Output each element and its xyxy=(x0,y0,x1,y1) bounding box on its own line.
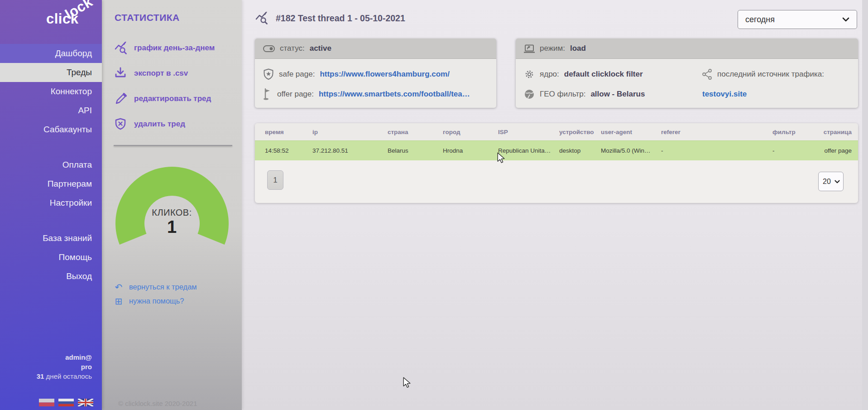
language-switcher xyxy=(39,399,93,406)
menu-item-label: график день-за-днем xyxy=(134,43,215,53)
undo-icon: ↶ xyxy=(114,283,124,292)
clicks-table: время ip страна город ISP устройство use… xyxy=(255,123,858,203)
table-header-row: время ip страна город ISP устройство use… xyxy=(255,123,858,140)
geo-filter-label: ГЕО фильтр: xyxy=(540,90,585,99)
sidebar-item-settings[interactable]: Настройки xyxy=(0,193,102,212)
core-row: ядро: default clicklock filter xyxy=(524,64,702,84)
chart-search-icon xyxy=(115,42,128,54)
need-help-link[interactable]: ⊞ нужна помощь? xyxy=(114,294,197,308)
geo-filter-row: ГЕО фильтр: allow - Belarus xyxy=(524,84,702,104)
sidebar-nav: Дашборд Треды Коннектор API Сабакаунты О… xyxy=(0,44,102,286)
column-header-page: страница xyxy=(820,123,858,140)
traffic-source-row: последний источник трафика: xyxy=(702,64,850,84)
column-header-isp: ISP xyxy=(498,123,559,140)
status-value: active xyxy=(310,44,331,53)
sidebar-item-connector[interactable]: Коннектор xyxy=(0,82,102,101)
shield-star-icon xyxy=(263,68,274,80)
menu-item-label: удалить тред xyxy=(134,120,185,129)
sidebar-item-threads[interactable]: Треды xyxy=(0,63,102,82)
cell-referer: - xyxy=(661,141,772,160)
column-header-time: время xyxy=(255,123,312,140)
table-footer: 1 20 xyxy=(255,160,858,203)
account-plan: pro xyxy=(37,362,92,371)
sidebar-item-partners[interactable]: Партнерам xyxy=(0,174,102,193)
cell-isp: Republican Unita… xyxy=(498,141,559,160)
sidebar-item-payment[interactable]: Оплата xyxy=(0,155,102,174)
cell-device: desktop xyxy=(559,141,601,160)
screen-share-icon xyxy=(524,44,535,53)
mouse-cursor xyxy=(496,152,506,163)
mode-label: режим: xyxy=(540,44,565,53)
sidebar: click lock Дашборд Треды Коннектор API С… xyxy=(0,0,102,410)
link-label: вернуться к тредам xyxy=(129,283,197,291)
sidebar-item-help[interactable]: Помощь xyxy=(0,248,102,267)
back-to-threads-link[interactable]: ↶ вернуться к тредам xyxy=(114,280,197,294)
menu-item-edit-thread[interactable]: редактировать тред xyxy=(115,90,215,108)
chevron-down-icon xyxy=(842,17,849,22)
share-icon xyxy=(702,69,712,80)
sidebar-item-api[interactable]: API xyxy=(0,101,102,120)
safe-page-link[interactable]: https://www.flowers4hamburg.com/ xyxy=(320,70,450,79)
gauge-value: 1 xyxy=(102,218,242,236)
core-value: default clicklock filter xyxy=(564,70,643,79)
help-plus-icon: ⊞ xyxy=(114,297,124,306)
column-header-filter: фильтр xyxy=(772,123,820,140)
sidebar-item-knowledge-base[interactable]: База знаний xyxy=(0,229,102,248)
cell-ip: 37.212.80.51 xyxy=(312,141,388,160)
cell-city: Hrodna xyxy=(443,141,498,160)
stats-divider xyxy=(114,145,232,146)
stats-panel: СТАТИСТИКА график день-за-днем экспорт в… xyxy=(102,0,242,410)
period-select[interactable]: сегодня xyxy=(738,10,857,29)
cell-page: offer page xyxy=(820,141,858,160)
stats-links: ↶ вернуться к тредам ⊞ нужна помощь? xyxy=(114,280,197,308)
sidebar-item-subaccounts[interactable]: Сабакаунты xyxy=(0,120,102,139)
main-content: #182 Test thread 1 - 05-10-2021 сегодня … xyxy=(242,0,868,410)
cell-user-agent: Mozilla/5.0 (Win… xyxy=(601,141,661,160)
russian-flag[interactable] xyxy=(58,399,74,406)
sidebar-item-logout[interactable]: Выход xyxy=(0,267,102,286)
account-days-left: 31 дней осталось xyxy=(37,371,92,381)
page-size-select[interactable]: 20 xyxy=(818,172,844,191)
page-scrollbar[interactable] xyxy=(862,0,868,410)
app-window: click lock Дашборд Треды Коннектор API С… xyxy=(0,0,868,410)
menu-item-export-csv[interactable]: экспорт в .csv xyxy=(115,64,215,82)
mouse-cursor xyxy=(402,377,412,388)
mode-card: режим: load ядро: default clicklock filt… xyxy=(516,39,858,108)
page-1-button[interactable]: 1 xyxy=(267,170,283,190)
traffic-source-label: последний источник трафика: xyxy=(717,70,824,79)
menu-item-label: редактировать тред xyxy=(134,94,211,103)
account-info: admin@ pro 31 дней осталось xyxy=(37,352,92,381)
globe-icon xyxy=(524,89,535,100)
column-header-city: город xyxy=(443,123,498,140)
status-card-header: статус: active xyxy=(255,39,496,59)
geo-filter-value: allow - Belarus xyxy=(590,90,645,99)
link-label: нужна помощь? xyxy=(129,297,184,305)
stats-menu: график день-за-днем экспорт в .csv редак… xyxy=(115,39,215,140)
uk-flag[interactable] xyxy=(78,399,93,406)
flag-icon xyxy=(263,88,272,100)
download-icon xyxy=(115,67,128,80)
column-header-referer: referer xyxy=(661,123,772,140)
offer-page-link[interactable]: https://www.smartbets.com/football/tea… xyxy=(319,90,470,99)
table-row[interactable]: 14:58:52 37.212.80.51 Belarus Hrodna Rep… xyxy=(255,140,858,160)
menu-item-label: экспорт в .csv xyxy=(134,69,188,78)
mode-card-body: ядро: default clicklock filter ГЕО фильт… xyxy=(516,59,858,104)
menu-item-delete-thread[interactable]: удалить тред xyxy=(115,115,215,133)
cell-country: Belarus xyxy=(388,141,443,160)
safe-page-label: safe page: xyxy=(279,70,315,79)
cell-time: 14:58:52 xyxy=(255,141,312,160)
column-header-device: устройство xyxy=(559,123,601,140)
status-label: статус: xyxy=(280,44,305,53)
page-size-value: 20 xyxy=(823,178,834,186)
menu-item-day-by-day-chart[interactable]: график день-за-днем xyxy=(115,39,215,57)
polish-flag[interactable] xyxy=(39,399,54,406)
clicklock-logo: click lock xyxy=(0,0,102,40)
shield-x-icon xyxy=(115,118,128,130)
gauge-label: КЛИКОВ: xyxy=(102,207,242,218)
chevron-down-icon xyxy=(834,180,840,183)
mode-card-header: режим: load xyxy=(516,39,858,59)
sidebar-item-dashboard[interactable]: Дашборд xyxy=(0,44,102,63)
traffic-source-link[interactable]: testovyi.site xyxy=(702,84,850,104)
chart-search-icon xyxy=(255,12,269,24)
nav-spacer xyxy=(0,139,102,155)
